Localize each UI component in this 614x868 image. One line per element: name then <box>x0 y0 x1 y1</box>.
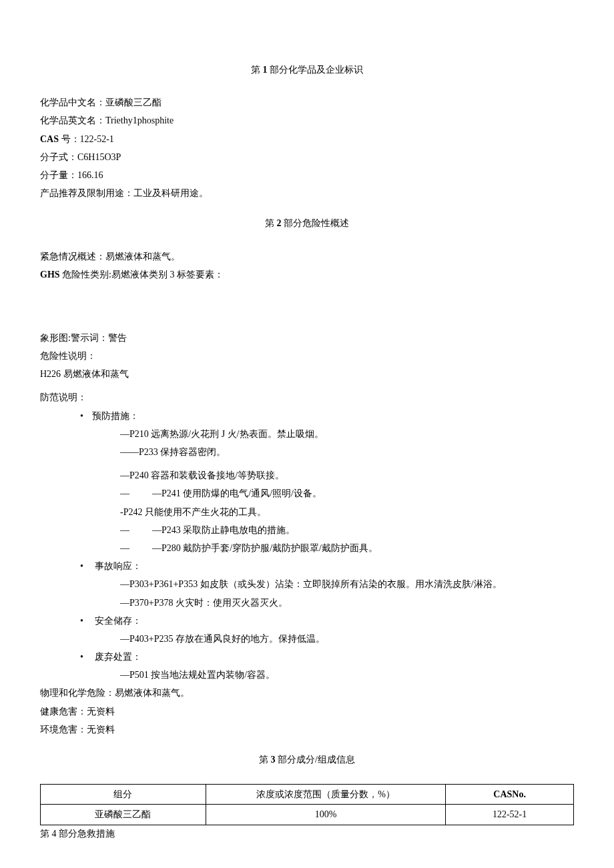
name-en-value: Triethy1phosphite <box>105 115 174 125</box>
mw-value: 166.16 <box>77 170 103 180</box>
cell-concentration: 100% <box>206 805 446 825</box>
p303: —P303+P361+P353 如皮肤（或头发）沾染：立即脱掉所有沾染的衣服。用… <box>40 576 574 592</box>
ghs-label2: 危险性类别: <box>62 270 111 280</box>
name-cn-label: 化学品中文名： <box>40 97 105 107</box>
col-casno: CASNo. <box>446 785 574 805</box>
pictogram-row: 象形图:警示词：警告 <box>40 330 574 346</box>
s2-suffix: 部分危险性概述 <box>284 218 349 228</box>
p243-pre: — <box>120 522 152 538</box>
cas-label: CAS <box>40 134 59 144</box>
p233: ——P233 保持容器密闭。 <box>40 444 574 460</box>
signal-value: 警告 <box>108 333 127 343</box>
disposal-label: 废弃处置： <box>95 652 141 662</box>
prevent-header: •预防措施： <box>40 408 574 424</box>
ghs-row: GHS 危险性类别:易燃液体类别 3 标签要素： <box>40 266 574 283</box>
hazard-stmt-label: 危险性说明： <box>40 348 574 364</box>
p280-pre: — <box>120 540 152 556</box>
section1-body: 化学品中文名：亚磷酸三乙酯 化学品英文名：Triethy1phosphite C… <box>40 94 574 201</box>
composition-table: 组分 浓度或浓度范围（质量分数，%） CASNo. 亚磷酸三乙酯 100% 12… <box>40 784 574 825</box>
s1-suffix: 部分化学品及企业标识 <box>270 65 363 75</box>
ghs-value: 易燃液体类别 3 标签要素： <box>111 270 224 280</box>
col-component: 组分 <box>41 785 206 805</box>
pictogram-label: 象形图: <box>40 333 71 343</box>
cas-label2: 号： <box>61 134 80 144</box>
env-label: 环境危害： <box>40 725 87 735</box>
formula-label: 分子式： <box>40 152 77 162</box>
env-row: 环境危害：无资料 <box>40 721 574 738</box>
use-value: 工业及科研用途。 <box>133 188 208 198</box>
formula-row: 分子式：C6H15O3P <box>40 149 574 165</box>
mw-label: 分子量： <box>40 170 77 180</box>
response-label: 事故响应： <box>95 561 141 571</box>
s1-num: 1 <box>260 65 270 75</box>
signal-label: 警示词： <box>71 333 108 343</box>
name-cn-value: 亚磷酸三乙酯 <box>105 97 162 107</box>
bullet-icon: • <box>80 648 92 665</box>
cas-row: CAS 号：122-52-1 <box>40 131 574 147</box>
p403: —P403+P235 存放在通风良好的地方。保持低温。 <box>40 630 574 647</box>
cell-casno: 122-52-1 <box>446 805 574 825</box>
p240: —P240 容器和装载设备接地/等势联接。 <box>40 467 574 484</box>
s2-num: 2 <box>274 218 284 228</box>
health-value: 无资料 <box>87 707 115 717</box>
use-label: 产品推荐及限制用途： <box>40 188 133 198</box>
ghs-label: GHS <box>40 270 60 280</box>
name-en-row: 化学品英文名：Triethy1phosphite <box>40 112 574 129</box>
name-en-label: 化学品英文名： <box>40 115 105 125</box>
s3-prefix: 第 <box>259 755 268 765</box>
bullet-icon: • <box>80 612 92 629</box>
env-value: 无资料 <box>87 725 115 735</box>
precaution-label: 防范说明： <box>40 389 574 406</box>
section3-title: 第 3 部分成分/组成信息 <box>40 751 574 768</box>
h226: H226 易燃液体和蒸气 <box>40 366 574 382</box>
p243-row: ——P243 采取防止静电放电的措施。 <box>40 522 574 538</box>
disposal-header: • 废弃处置： <box>40 648 574 665</box>
phys-label: 物理和化学危险： <box>40 688 115 698</box>
s3-suffix: 部分成分/组成信息 <box>278 755 355 765</box>
p501: —P501 按当地法规处置内装物/容器。 <box>40 667 574 683</box>
s3-num: 3 <box>268 755 278 765</box>
bullet-icon: • <box>80 408 92 424</box>
table-row: 亚磷酸三乙酯 100% 122-52-1 <box>41 805 574 825</box>
storage-label: 安全储存： <box>95 616 141 626</box>
emergency-row: 紧急情况概述：易燃液体和蒸气。 <box>40 248 574 265</box>
p243: —P243 采取防止静电放电的措施。 <box>152 525 295 535</box>
use-row: 产品推荐及限制用途：工业及科研用途。 <box>40 185 574 201</box>
s2-prefix: 第 <box>265 218 274 228</box>
formula-value: C6H15O3P <box>77 152 121 162</box>
emergency-label: 紧急情况概述： <box>40 252 105 262</box>
emergency-value: 易燃液体和蒸气。 <box>105 252 180 262</box>
prevent-label: 预防措施： <box>92 411 139 421</box>
phys-row: 物理和化学危险：易燃液体和蒸气。 <box>40 685 574 701</box>
table-header-row: 组分 浓度或浓度范围（质量分数，%） CASNo. <box>41 785 574 805</box>
s1-prefix: 第 <box>251 65 260 75</box>
name-cn-row: 化学品中文名：亚磷酸三乙酯 <box>40 94 574 111</box>
section2-title: 第 2 部分危险性概述 <box>40 215 574 232</box>
p241: —P241 使用防爆的电气/通风/照明/设备。 <box>152 488 322 498</box>
p280-row: ——P280 戴防护手套/穿防护服/戴防护眼罩/戴防护面具。 <box>40 540 574 556</box>
health-row: 健康危害：无资料 <box>40 703 574 720</box>
response-header: • 事故响应： <box>40 558 574 574</box>
mw-row: 分子量：166.16 <box>40 167 574 183</box>
section2-body: 紧急情况概述：易燃液体和蒸气。 GHS 危险性类别:易燃液体类别 3 标签要素：… <box>40 248 574 739</box>
bullet-icon: • <box>80 558 92 574</box>
p210: —P210 远离热源/火花刑 J 火/热表面。禁止吸烟。 <box>40 426 574 442</box>
p280: —P280 戴防护手套/穿防护服/戴防护眼罩/戴防护面具。 <box>152 543 378 553</box>
health-label: 健康危害： <box>40 707 87 717</box>
section4-title: 第 4 部分急救措施 <box>40 825 574 842</box>
section1-title: 第 1 部分化学品及企业标识 <box>40 61 574 78</box>
p370: —P370+P378 火灾时：使用灭火器灭火。 <box>40 594 574 611</box>
p241-row: ——P241 使用防爆的电气/通风/照明/设备。 <box>40 485 574 502</box>
phys-value: 易燃液体和蒸气。 <box>115 688 190 698</box>
p241-pre: — <box>120 485 152 502</box>
storage-header: • 安全储存： <box>40 612 574 629</box>
p242: -P242 只能使用不产生火花的工具。 <box>40 504 574 520</box>
col-concentration: 浓度或浓度范围（质量分数，%） <box>206 785 446 805</box>
cell-component: 亚磷酸三乙酯 <box>41 805 206 825</box>
cas-value: 122-52-1 <box>80 134 114 144</box>
